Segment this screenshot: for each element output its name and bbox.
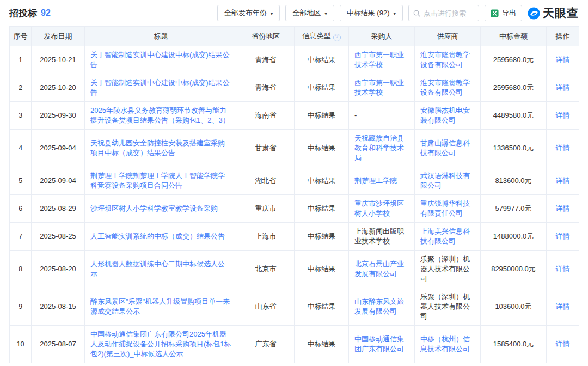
info-type-text: 中标结果 (308, 176, 336, 185)
detail-link-cell: 详情 (547, 326, 579, 363)
province-text: 青海省 (255, 56, 277, 64)
detail-link-link[interactable]: 详情 (556, 83, 570, 91)
excel-icon (491, 9, 499, 17)
detail-link-link[interactable]: 详情 (556, 144, 570, 152)
publish-date-text: 2025-08-07 (40, 340, 76, 348)
purchaser-link[interactable]: 山东醉东风文旅发展有限公司 (354, 297, 404, 315)
province-cell: 海南省 (237, 102, 295, 130)
detail-link-link[interactable]: 详情 (556, 340, 570, 348)
bidding-table: 序号 发布日期 标题 省份地区 信息类型? 采购人 供应商 中标金额 操作 12… (9, 26, 579, 363)
bid-amount-text: 82950000.0元 (491, 265, 536, 273)
province-text: 北京市 (255, 265, 277, 273)
page-title-label: 招投标 (9, 7, 37, 20)
info-type-cell: 中标结果 (295, 74, 349, 102)
province-cell: 山东省 (237, 288, 295, 326)
filter-region-dropdown[interactable]: 全部地区 ▾ (285, 5, 334, 21)
col-publish-date: 发布日期 (32, 27, 85, 46)
info-type-cell: 中标结果 (295, 326, 349, 363)
purchaser-link[interactable]: 天祝藏族自治县教育和科学技术局 (354, 134, 404, 162)
supplier-link[interactable]: 中移（杭州）信息技术有限公司 (420, 335, 470, 353)
purchaser-link[interactable]: 中国移动通信集团广东有限公司 (354, 335, 404, 353)
chevron-down-icon: ▾ (271, 11, 273, 16)
supplier-link[interactable]: 上海美兴信息科技有限公司 (420, 227, 470, 245)
table-row: 92025-08-15醉东风景区"乐聚"机器人升级置购项目单一来源成交结果公示山… (10, 288, 579, 326)
publish-date-text: 2025-10-20 (40, 83, 76, 91)
announcement-title-link[interactable]: 醉东风景区"乐聚"机器人升级置购项目单一来源成交结果公示 (90, 297, 230, 315)
supplier-cell: 中移（杭州）信息技术有限公司 (415, 326, 481, 363)
row-index-cell: 3 (10, 102, 32, 130)
detail-link-link[interactable]: 详情 (556, 302, 570, 310)
supplier-link[interactable]: 甘肃山潺信息科技有限公司 (420, 139, 470, 157)
filter-controls: 全部发布年份 ▾ 全部地区 ▾ 中标结果 (92) ▾ 导 (217, 5, 579, 21)
table-header-row: 序号 发布日期 标题 省份地区 信息类型? 采购人 供应商 中标金额 操作 (10, 27, 579, 46)
purchaser-link[interactable]: 西宁市第一职业技术学校 (354, 51, 404, 69)
announcement-title-link[interactable]: 人工智能实训系统的中标（成交）结果公告 (90, 232, 225, 240)
announcement-title-link[interactable]: 2025年陵水县义务教育薄弱环节改善与能力提升设备类项目结果公告（采购包1、2、… (90, 106, 230, 124)
detail-link-link[interactable]: 详情 (556, 204, 570, 212)
publish-date-cell: 2025-09-04 (32, 130, 85, 167)
purchaser-link[interactable]: 荆楚理工学院 (354, 176, 397, 185)
supplier-link[interactable]: 安徽腾杰机电安装有限公司 (420, 106, 470, 124)
bid-amount-cell: 2595680.0元 (481, 74, 547, 102)
announcement-title-link[interactable]: 荆楚理工学院荆楚理工学院人工智能学院学科竞赛设备采购项目合同公告 (90, 172, 225, 190)
supplier-cell: 淮安市隆贵教学设备有限公司 (415, 74, 481, 102)
purchaser-cell: 西宁市第一职业技术学校 (349, 74, 415, 102)
announcement-title-cell: 天祝县幼儿园安全防撞柱安装及搭建室采购项目中标（成交）结果公告 (85, 130, 237, 167)
help-icon[interactable]: ? (333, 34, 341, 41)
filter-region-label: 全部地区 (292, 8, 321, 18)
bid-amount-cell: 103600.0元 (481, 288, 547, 326)
announcement-title-link[interactable]: 沙坪坝区树人小学科学教室教学设备采购 (90, 204, 218, 212)
filter-publish-year-dropdown[interactable]: 全部发布年份 ▾ (217, 5, 280, 21)
col-province: 省份地区 (237, 27, 295, 46)
announcement-title-link[interactable]: 人形机器人数据训练中心二期中标候选人公示 (90, 260, 225, 278)
col-purchaser: 采购人 (349, 27, 415, 46)
supplier-link[interactable]: 武汉语淋科技有限公司 (420, 172, 470, 190)
detail-link-cell: 详情 (547, 251, 579, 288)
page-title: 招投标 92 (9, 7, 51, 20)
purchaser-cell: 荆楚理工学院 (349, 167, 415, 195)
info-type-text: 中标结果 (308, 56, 336, 64)
detail-link-link[interactable]: 详情 (556, 176, 570, 185)
province-text: 海南省 (255, 111, 277, 119)
search-box[interactable] (408, 5, 479, 21)
announcement-title-link[interactable]: 中国移动通信集团广东有限公司2025年机器人及动作捕捉设备公开招标采购项目(标包… (90, 330, 231, 358)
purchaser-cell: 重庆市沙坪坝区树人小学校 (349, 195, 415, 223)
info-type-text: 中标结果 (308, 144, 336, 152)
supplier-link[interactable]: 淮安市隆贵教学设备有限公司 (420, 51, 470, 69)
table-row: 12025-10-21关于智能制造实训中心建设中标(成交)结果公告青海省中标结果… (10, 46, 579, 74)
supplier-cell: 乐聚（深圳）机器人技术有限公司 (415, 288, 481, 326)
announcement-title-cell: 沙坪坝区树人小学科学教室教学设备采购 (85, 195, 237, 223)
table-row: 82025-08-20人形机器人数据训练中心二期中标候选人公示北京市中标结果北京… (10, 251, 579, 288)
row-index-cell: 6 (10, 195, 32, 223)
announcement-title-link[interactable]: 关于智能制造实训中心建设中标(成交)结果公告 (90, 51, 230, 69)
supplier-link[interactable]: 重庆锐博华科技有限责任公司 (420, 199, 470, 217)
purchaser-cell: 北京石景山产业发展有限公司 (349, 251, 415, 288)
publish-date-cell: 2025-09-04 (32, 167, 85, 195)
info-type-cell: 中标结果 (295, 130, 349, 167)
row-index-cell: 4 (10, 130, 32, 167)
table-row: 42025-09-04天祝县幼儿园安全防撞柱安装及搭建室采购项目中标（成交）结果… (10, 130, 579, 167)
detail-link-link[interactable]: 详情 (556, 232, 570, 240)
supplier-cell: 重庆锐博华科技有限责任公司 (415, 195, 481, 223)
purchaser-link[interactable]: 重庆市沙坪坝区树人小学校 (354, 199, 404, 217)
supplier-link[interactable]: 淮安市隆贵教学设备有限公司 (420, 78, 470, 96)
purchaser-cell: 山东醉东风文旅发展有限公司 (349, 288, 415, 326)
detail-link-link[interactable]: 详情 (556, 265, 570, 273)
announcement-title-cell: 2025年陵水县义务教育薄弱环节改善与能力提升设备类项目结果公告（采购包1、2、… (85, 102, 237, 130)
table-row: 22025-10-20关于智能制造实训中心建设中标(成交)结果公告青海省中标结果… (10, 74, 579, 102)
row-index-text: 2 (19, 83, 22, 91)
purchaser-cell: 西宁市第一职业技术学校 (349, 46, 415, 74)
purchaser-link[interactable]: 西宁市第一职业技术学校 (354, 78, 404, 96)
search-input[interactable] (424, 9, 474, 17)
purchaser-link[interactable]: 北京石景山产业发展有限公司 (354, 260, 404, 278)
detail-link-link[interactable]: 详情 (556, 111, 570, 119)
announcement-title-cell: 人工智能实训系统的中标（成交）结果公告 (85, 223, 237, 251)
filter-info-type-dropdown[interactable]: 中标结果 (92) ▾ (340, 5, 403, 21)
detail-link-link[interactable]: 详情 (556, 56, 570, 64)
announcement-title-link[interactable]: 天祝县幼儿园安全防撞柱安装及搭建室采购项目中标（成交）结果公告 (90, 139, 225, 157)
row-index-text: 7 (19, 232, 22, 240)
announcement-title-link[interactable]: 关于智能制造实训中心建设中标(成交)结果公告 (90, 78, 230, 96)
top-bar: 招投标 92 全部发布年份 ▾ 全部地区 ▾ 中标结果 (92) ▾ (9, 0, 579, 26)
export-button[interactable]: 导出 (485, 5, 522, 21)
row-index-cell: 9 (10, 288, 32, 326)
